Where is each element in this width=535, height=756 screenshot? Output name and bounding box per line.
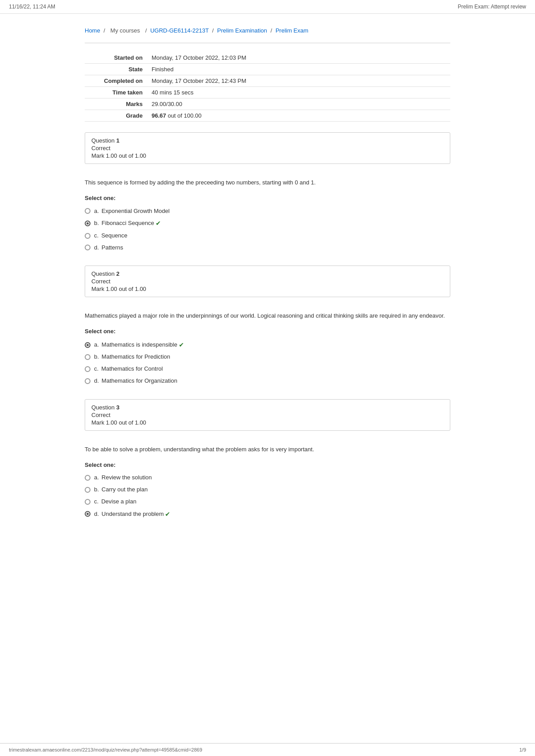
breadcrumb-sep1: / <box>103 27 105 34</box>
option-letter-2-0: a. <box>94 340 99 350</box>
select-one-label-1: Select one: <box>85 194 450 203</box>
option-letter-1-2: c. <box>94 231 99 241</box>
breadcrumb-mycourses: My courses <box>111 27 140 34</box>
breadcrumb-prelim-exam[interactable]: Prelim Examination <box>217 27 267 34</box>
answer-option-2-2[interactable]: c.Mathematics for Control <box>85 364 450 374</box>
question-box-3: Question 3 Correct Mark 1.00 out of 1.00 <box>85 399 450 431</box>
option-letter-3-1: b. <box>94 485 99 494</box>
option-text-1-3: Patterns <box>102 243 123 253</box>
page-title-label: Prelim Exam: Attempt review <box>458 4 526 10</box>
completed-on-label: Completed on <box>85 75 147 87</box>
question-mark-3: Mark 1.00 out of 1.00 <box>91 419 444 426</box>
radio-2-2 <box>85 366 91 372</box>
started-on-label: Started on <box>85 52 147 64</box>
question-text-3: To be able to solve a problem, understan… <box>85 445 450 454</box>
option-text-2-2: Mathematics for Control <box>101 364 163 374</box>
marks-value: 29.00/30.00 <box>147 98 450 110</box>
question-label-2: Question 2 <box>91 270 444 277</box>
answer-option-3-0[interactable]: a.Review the solution <box>85 473 450 482</box>
questions-container: Question 1 Correct Mark 1.00 out of 1.00… <box>85 132 450 532</box>
checkmark-icon-3-3: ✔ <box>165 509 170 519</box>
radio-2-3 <box>85 378 91 384</box>
attempt-info-table: Started on Monday, 17 October 2022, 12:0… <box>85 52 450 122</box>
breadcrumb-course[interactable]: UGRD-GE6114-2213T <box>150 27 209 34</box>
breadcrumb-sep2: / <box>145 27 147 34</box>
completed-on-value: Monday, 17 October 2022, 12:43 PM <box>147 75 450 87</box>
answer-list-1: a.Exponential Growth Modelb.Fibonacci Se… <box>85 207 450 253</box>
question-mark-2: Mark 1.00 out of 1.00 <box>91 286 444 292</box>
radio-1-0 <box>85 208 91 214</box>
option-text-2-3: Mathematics for Organization <box>102 376 177 386</box>
datetime-label: 11/16/22, 11:24 AM <box>9 4 55 10</box>
question-status-1: Correct <box>91 145 444 151</box>
option-text-2-1: Mathematics for Prediction <box>102 352 170 362</box>
answer-list-3: a.Review the solutionb.Carry out the pla… <box>85 473 450 519</box>
question-box-1: Question 1 Correct Mark 1.00 out of 1.00 <box>85 132 450 164</box>
answer-option-1-2[interactable]: c.Sequence <box>85 231 450 241</box>
breadcrumb-prelim-exam-link[interactable]: Prelim Exam <box>276 27 309 34</box>
answer-option-1-0[interactable]: a.Exponential Growth Model <box>85 207 450 216</box>
option-letter-2-1: b. <box>94 352 99 362</box>
option-text-3-3: Understand the problem <box>102 510 164 519</box>
radio-3-0 <box>85 475 91 481</box>
select-one-label-3: Select one: <box>85 461 450 470</box>
option-letter-3-0: a. <box>94 473 99 482</box>
answer-option-2-1[interactable]: b.Mathematics for Prediction <box>85 352 450 362</box>
option-letter-1-0: a. <box>94 207 99 216</box>
started-on-value: Monday, 17 October 2022, 12:03 PM <box>147 52 450 64</box>
started-on-row: Started on Monday, 17 October 2022, 12:0… <box>85 52 450 64</box>
radio-2-1 <box>85 354 91 360</box>
answer-list-2: a.Mathematics is indespensible✔b.Mathema… <box>85 340 450 386</box>
state-row: State Finished <box>85 64 450 75</box>
question-text-2: Mathematics played a major role in the u… <box>85 311 450 321</box>
option-letter-1-1: b. <box>94 219 99 228</box>
time-taken-label: Time taken <box>85 87 147 98</box>
top-bar: 11/16/22, 11:24 AM Prelim Exam: Attempt … <box>0 0 535 14</box>
option-letter-2-2: c. <box>94 364 99 374</box>
option-text-3-2: Devise a plan <box>101 497 136 507</box>
option-letter-1-3: d. <box>94 243 99 253</box>
marks-row: Marks 29.00/30.00 <box>85 98 450 110</box>
grade-number: 96.67 <box>152 112 166 119</box>
main-content: Home / My courses / UGRD-GE6114-2213T / … <box>67 14 468 541</box>
grade-row: Grade 96.67 out of 100.00 <box>85 110 450 122</box>
question-body-2: Mathematics played a major role in the u… <box>85 304 450 399</box>
breadcrumb-home[interactable]: Home <box>85 27 100 34</box>
radio-2-0 <box>85 342 91 348</box>
question-status-3: Correct <box>91 412 444 418</box>
question-body-1: This sequence is formed by adding the th… <box>85 171 450 266</box>
checkmark-icon-2-0: ✔ <box>179 340 184 350</box>
answer-option-1-3[interactable]: d.Patterns <box>85 243 450 253</box>
select-one-label-2: Select one: <box>85 327 450 336</box>
radio-3-1 <box>85 487 91 493</box>
option-text-3-1: Carry out the plan <box>102 485 148 494</box>
answer-option-3-2[interactable]: c.Devise a plan <box>85 497 450 507</box>
option-text-1-2: Sequence <box>101 231 128 241</box>
option-letter-3-2: c. <box>94 497 99 507</box>
answer-option-3-3[interactable]: d.Understand the problem✔ <box>85 509 450 519</box>
question-label-1: Question 1 <box>91 137 444 144</box>
question-mark-1: Mark 1.00 out of 1.00 <box>91 152 444 159</box>
time-taken-value: 40 mins 15 secs <box>147 87 450 98</box>
radio-3-3 <box>85 511 91 517</box>
answer-option-3-1[interactable]: b.Carry out the plan <box>85 485 450 494</box>
option-text-1-0: Exponential Growth Model <box>102 207 169 216</box>
option-letter-2-3: d. <box>94 376 99 386</box>
option-text-2-0: Mathematics is indespensible <box>102 340 177 350</box>
grade-label: Grade <box>85 110 147 122</box>
question-text-1: This sequence is formed by adding the th… <box>85 178 450 188</box>
time-taken-row: Time taken 40 mins 15 secs <box>85 87 450 98</box>
breadcrumb-sep4: / <box>271 27 272 34</box>
answer-option-2-0[interactable]: a.Mathematics is indespensible✔ <box>85 340 450 350</box>
question-box-2: Question 2 Correct Mark 1.00 out of 1.00 <box>85 266 450 297</box>
marks-label: Marks <box>85 98 147 110</box>
answer-option-2-3[interactable]: d.Mathematics for Organization <box>85 376 450 386</box>
completed-on-row: Completed on Monday, 17 October 2022, 12… <box>85 75 450 87</box>
state-value: Finished <box>147 64 450 75</box>
grade-value: 96.67 out of 100.00 <box>147 110 450 122</box>
answer-option-1-1[interactable]: b.Fibonacci Sequence✔ <box>85 218 450 228</box>
question-status-2: Correct <box>91 278 444 285</box>
grade-suffix: out of 100.00 <box>166 112 202 119</box>
radio-1-1 <box>85 221 91 226</box>
question-label-3: Question 3 <box>91 404 444 411</box>
